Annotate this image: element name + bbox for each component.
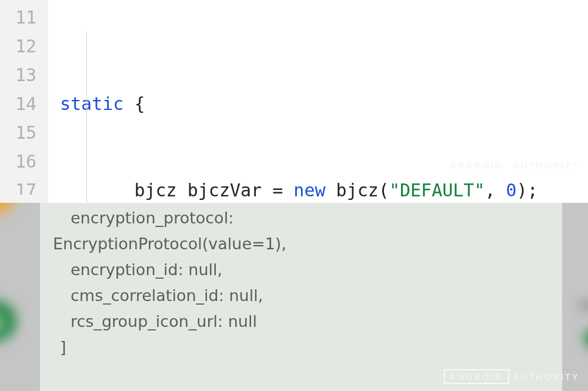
truncated-text: ed	[579, 297, 588, 313]
debug-line: encryption_protocol:	[71, 205, 549, 231]
code-line: static {	[60, 89, 588, 118]
watermark-box: ANDROID	[444, 158, 509, 172]
line-number-gutter: 11 12 13 14 15 16 17	[0, 0, 48, 203]
watermark-text: AUTHORITY	[513, 160, 580, 170]
avatar	[0, 203, 16, 215]
line-number: 14	[0, 89, 48, 118]
line-number: 13	[0, 61, 48, 89]
code-editor: 11 12 13 14 15 16 17 static { bjcz bjczV…	[0, 0, 588, 203]
debug-line: ]	[60, 335, 549, 360]
line-number: 12	[0, 32, 48, 61]
watermark-box: ANDROID	[444, 369, 509, 384]
debug-line: cms_correlation_id: null,	[71, 283, 549, 309]
debug-line: EncryptionProtocol(value=1),	[53, 231, 549, 257]
debug-line: rcs_group_icon_url: null	[71, 309, 549, 335]
debug-panel: encryption_protocol: EncryptionProtocol(…	[40, 203, 562, 391]
avatar	[0, 300, 16, 342]
watermark: ANDROID AUTHORITY	[444, 369, 580, 384]
debug-line: encryption_id: null,	[71, 257, 549, 283]
line-number: 16	[0, 147, 48, 176]
line-number: 17	[0, 176, 48, 195]
watermark: ANDROID AUTHORITY	[444, 158, 580, 172]
code-area[interactable]: static { bjcz bjczVar = new bjcz("DEFAUL…	[48, 0, 588, 203]
line-number: 11	[0, 3, 48, 32]
code-line: bjcz bjczVar = new bjcz("DEFAULT", 0);	[60, 176, 588, 205]
person-icon	[0, 310, 6, 332]
unread-badge	[584, 329, 588, 349]
line-number: 15	[0, 118, 48, 147]
indent-guide	[86, 32, 87, 202]
watermark-text: AUTHORITY	[513, 372, 580, 382]
debug-overlay-section: ed encryption_protocol: EncryptionProtoc…	[0, 203, 588, 391]
